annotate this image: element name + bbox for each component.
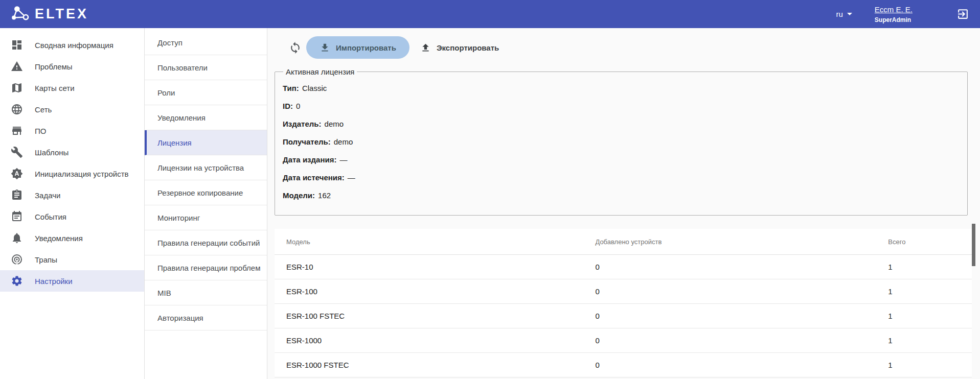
license-field: Получатель: demo [282,133,960,151]
license-field-label: Модели: [283,191,315,200]
subnav-item-backup[interactable]: Резервное копирование [145,180,267,205]
license-field-value: demo [325,120,344,128]
globe-icon [11,103,23,115]
column-header: Модель [275,238,595,246]
sidebar-item-label: Трапы [35,255,57,264]
chevron-down-icon [847,13,852,15]
logout-icon [956,8,969,20]
subnav-item-device-licenses[interactable]: Лицензии на устройства [145,155,267,180]
wrench-icon [11,146,23,158]
subnav-item-event-rules[interactable]: Правила генерации событий [145,230,267,255]
sidebar-item-label: Шаблоны [35,148,69,157]
license-field-label: ID: [283,102,293,110]
subnav-item-notifications[interactable]: Уведомления [145,105,267,130]
sidebar-item-label: Инициализация устройств [35,170,128,178]
sidebar-item-traps[interactable]: Трапы [0,249,144,270]
sidebar-item-notifications[interactable]: Уведомления [0,227,144,249]
clipboard-icon [11,189,23,201]
user-role: SuperAdmin [875,16,913,23]
user-name-link[interactable]: Eccm E. E. [875,5,913,14]
language-selector[interactable]: ru [836,10,852,18]
license-field-value: 162 [318,191,331,200]
cell-added-devices: 0 [595,336,888,345]
user-block: Eccm E. E. SuperAdmin [875,5,913,23]
table-row: ESR-100 FSTEC 0 1 [275,304,972,328]
sidebar-item-settings[interactable]: Настройки [0,270,144,292]
models-table: МодельДобавлено устройствВсего ESR-10 0 … [275,229,972,377]
subnav-item-label: Правила генерации событий [157,239,260,247]
cell-added-devices: 0 [595,312,888,320]
license-field-label: Дата истечения: [283,173,345,182]
gear-icon [11,275,23,287]
subnav-item-monitoring[interactable]: Мониторинг [145,205,267,230]
sidebar-item-label: Уведомления [35,234,83,243]
subnav-item-label: Роли [157,88,175,97]
subnav-item-label: Уведомления [157,113,206,122]
subnav-item-access[interactable]: Доступ [145,30,267,55]
subnav-item-label: Лицензии на устройства [157,163,244,172]
warning-icon [11,60,23,73]
table-row: ESR-100 0 1 [275,279,972,304]
subnav-item-roles[interactable]: Роли [145,80,267,105]
table-scrollbar[interactable] [972,224,975,266]
cell-model: ESR-100 [275,287,595,296]
license-field-value: demo [334,137,353,146]
sidebar: Сводная информация Проблемы Карты сети С… [0,28,145,379]
bell-icon [11,232,23,244]
auto-badge-icon [11,168,23,180]
traps-icon [11,253,23,266]
subnav-item-label: Авторизация [157,314,203,322]
eltex-logo-icon [11,5,30,24]
settings-subnav: Доступ Пользователи Роли Уведомления Лиц… [145,28,267,379]
subnav-item-label: Резервное копирование [157,188,243,197]
sidebar-item-templates[interactable]: Шаблоны [0,141,144,163]
sidebar-item-summary[interactable]: Сводная информация [0,34,144,56]
language-label: ru [836,10,842,18]
export-button-label: Экспортировать [437,43,499,52]
import-button[interactable]: Импортировать [306,36,409,59]
import-button-label: Импортировать [336,43,396,52]
sidebar-item-label: Настройки [35,277,73,286]
main-content: Импортировать Экспортировать Активная ли… [267,28,980,379]
subnav-item-authorization[interactable]: Авторизация [145,305,267,330]
cell-added-devices: 0 [595,287,888,296]
active-license-panel: Активная лицензия Тип: Classic ID: 0 Изд… [275,67,968,216]
export-button[interactable]: Экспортировать [416,36,503,59]
sidebar-item-problems[interactable]: Проблемы [0,56,144,77]
subnav-item-label: Доступ [157,38,183,47]
subnav-item-users[interactable]: Пользователи [145,55,267,80]
license-field: Дата издания: — [282,151,960,169]
subnav-item-label: Правила генерации проблем [157,264,261,272]
sidebar-item-label: Проблемы [35,62,73,71]
logout-button[interactable] [956,8,969,20]
cell-model: ESR-10 [275,263,595,271]
license-field-value: — [339,155,347,164]
cell-total: 1 [888,312,972,320]
dashboard-icon [11,39,23,51]
sidebar-item-device-init[interactable]: Инициализация устройств [0,163,144,184]
column-header: Всего [888,238,972,246]
column-header: Добавлено устройств [595,238,888,246]
sidebar-item-tasks[interactable]: Задачи [0,184,144,206]
subnav-item-problem-rules[interactable]: Правила генерации проблем [145,255,267,280]
subnav-item-mib[interactable]: MIB [145,280,267,305]
license-field: Издатель: demo [282,115,960,133]
sidebar-item-software[interactable]: ПО [0,120,144,141]
subnav-item-license[interactable]: Лицензия [145,130,267,155]
eltex-logo[interactable]: ELTEX [11,5,88,24]
map-icon [11,82,23,94]
refresh-button[interactable] [289,41,302,54]
table-row: ESR-1000 0 1 [275,328,972,353]
license-fields: Тип: Classic ID: 0 Издатель: demo Получа… [282,79,960,204]
refresh-icon [289,41,302,54]
store-icon [11,125,23,137]
subnav-item-label: MIB [157,289,171,297]
sidebar-item-label: Сеть [35,105,52,114]
license-field: Модели: 162 [282,186,960,204]
sidebar-item-events[interactable]: События [0,206,144,227]
sidebar-item-network[interactable]: Сеть [0,99,144,120]
license-field-label: Издатель: [283,120,322,128]
cell-total: 1 [888,361,972,369]
sidebar-item-network-maps[interactable]: Карты сети [0,77,144,99]
event-icon [11,210,23,223]
